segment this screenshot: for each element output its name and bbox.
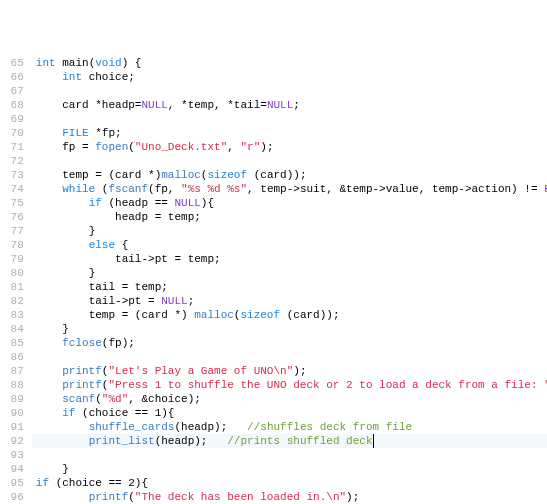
text-cursor <box>373 434 374 448</box>
code-editor[interactable]: 6566676869707172737475767778798081828384… <box>0 56 547 504</box>
token-fn: printf <box>89 491 129 503</box>
token-punc: } <box>62 463 69 475</box>
token-punc: ){ <box>201 197 214 209</box>
line-number: 76 <box>4 210 24 224</box>
line-number: 95 <box>4 476 24 490</box>
code-line[interactable]: printf("Press 1 to shuffle the UNO deck … <box>32 378 547 392</box>
code-line[interactable]: fp = fopen("Uno_Deck.txt", "r"); <box>32 140 547 154</box>
token-punc: ){ <box>161 407 174 419</box>
token-kw: while <box>62 183 102 195</box>
code-line[interactable]: temp = (card *)malloc(sizeof (card)); <box>32 168 547 182</box>
token-macro: NULL <box>141 99 167 111</box>
token-fn: printf <box>62 379 102 391</box>
token-punc: , <box>227 141 240 153</box>
line-number: 80 <box>4 266 24 280</box>
code-line[interactable]: if (choice == 1){ <box>32 406 547 420</box>
code-line[interactable]: card *headp=NULL, *temp, *tail=NULL; <box>32 98 547 112</box>
token-fn: shuffle_cards <box>89 421 175 433</box>
code-line[interactable]: } <box>32 266 547 280</box>
code-line[interactable]: } <box>32 322 547 336</box>
code-line[interactable]: tail->pt = NULL; <box>32 294 547 308</box>
code-line[interactable]: fclose(fp); <box>32 336 547 350</box>
code-line[interactable]: shuffle_cards(headp); //shuffles deck fr… <box>32 420 547 434</box>
token-id: 2 <box>128 477 135 489</box>
token-id: fp = <box>62 141 95 153</box>
code-line[interactable] <box>32 112 547 126</box>
code-line[interactable] <box>32 154 547 168</box>
token-punc: } <box>89 225 96 237</box>
token-punc: (headp == <box>108 197 174 209</box>
code-line[interactable]: headp = temp; <box>32 210 547 224</box>
code-line[interactable]: FILE *fp; <box>32 126 547 140</box>
token-punc: ( <box>128 491 135 503</box>
token-punc: ){ <box>135 477 148 489</box>
token-punc: (headp); <box>155 435 228 447</box>
line-number: 74 <box>4 182 24 196</box>
line-number: 88 <box>4 378 24 392</box>
token-punc: ) { <box>122 57 142 69</box>
token-macro: NULL <box>267 99 293 111</box>
token-punc: } <box>62 323 69 335</box>
token-fn: fopen <box>95 141 128 153</box>
code-line[interactable] <box>32 350 547 364</box>
token-punc: { <box>122 239 129 251</box>
code-line[interactable]: if (choice == 2){ <box>32 476 547 490</box>
code-line[interactable]: } <box>32 224 547 238</box>
token-punc: (choice == <box>56 477 129 489</box>
token-punc: *fp; <box>95 127 121 139</box>
token-fn: malloc <box>194 309 234 321</box>
token-str: "Uno_Deck.txt" <box>135 141 227 153</box>
token-punc: ); <box>346 491 359 503</box>
token-kw: if <box>62 407 82 419</box>
token-fn: malloc <box>161 169 201 181</box>
token-str: "r" <box>240 141 260 153</box>
code-content[interactable]: int main(void) { int choice; card *headp… <box>32 56 547 504</box>
line-number: 89 <box>4 392 24 406</box>
token-id: headp = temp; <box>115 211 201 223</box>
code-line[interactable]: printf("Let's Play a Game of UNO\n"); <box>32 364 547 378</box>
line-number: 82 <box>4 294 24 308</box>
line-number: 72 <box>4 154 24 168</box>
token-kw: sizeof <box>207 169 247 181</box>
token-kw: sizeof <box>240 309 280 321</box>
code-line[interactable]: temp = (card *) malloc(sizeof (card)); <box>32 308 547 322</box>
token-punc: , *temp, *tail= <box>168 99 267 111</box>
token-punc: (fp); <box>102 337 135 349</box>
code-line[interactable]: int main(void) { <box>32 56 547 70</box>
token-id: tail = temp; <box>89 281 168 293</box>
code-line[interactable]: scanf("%d", &choice); <box>32 392 547 406</box>
token-macro: NULL <box>174 197 200 209</box>
token-fn: scanf <box>62 393 95 405</box>
line-number: 70 <box>4 126 24 140</box>
code-line[interactable] <box>32 448 547 462</box>
token-kw: int <box>36 57 62 69</box>
code-line[interactable]: if (headp == NULL){ <box>32 196 547 210</box>
code-line[interactable]: print_list(headp); //prints shuffled dec… <box>32 434 547 448</box>
code-line[interactable]: while (fscanf(fp, "%s %d %s", temp->suit… <box>32 182 547 196</box>
line-number: 79 <box>4 252 24 266</box>
token-punc: (headp); <box>174 421 247 433</box>
code-line[interactable]: tail->pt = temp; <box>32 252 547 266</box>
line-number: 77 <box>4 224 24 238</box>
token-fn: printf <box>62 365 102 377</box>
token-str: "Press 1 to shuffle the UNO deck or 2 to… <box>108 379 547 391</box>
line-number: 84 <box>4 322 24 336</box>
token-str: "Let's Play a Game of UNO\n" <box>108 365 293 377</box>
token-punc: (choice == <box>82 407 155 419</box>
token-kw: if <box>89 197 109 209</box>
line-number: 81 <box>4 280 24 294</box>
token-id: temp = (card *) <box>89 309 195 321</box>
token-cmt: //prints shuffled deck <box>227 435 372 447</box>
code-line[interactable]: } <box>32 462 547 476</box>
code-line[interactable]: tail = temp; <box>32 280 547 294</box>
token-kw: else <box>89 239 122 251</box>
code-line[interactable]: printf("The deck has been loaded in.\n")… <box>32 490 547 504</box>
line-number: 83 <box>4 308 24 322</box>
token-fn: print_list <box>89 435 155 447</box>
line-number: 94 <box>4 462 24 476</box>
line-number-gutter: 6566676869707172737475767778798081828384… <box>0 56 32 504</box>
code-line[interactable] <box>32 84 547 98</box>
code-line[interactable]: else { <box>32 238 547 252</box>
line-number: 68 <box>4 98 24 112</box>
code-line[interactable]: int choice; <box>32 70 547 84</box>
